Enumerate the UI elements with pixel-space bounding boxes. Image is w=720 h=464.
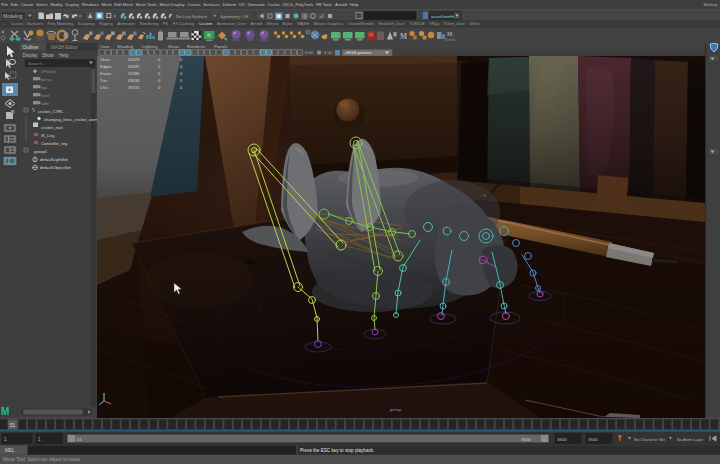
svg-text:Mandelb: Mandelb xyxy=(445,38,456,42)
svg-text:1: 1 xyxy=(4,437,7,442)
svg-text:51: 51 xyxy=(77,437,82,442)
svg-text:Edges:: Edges: xyxy=(100,64,113,69)
svg-text:cricket_CTRL: cricket_CTRL xyxy=(38,109,64,114)
svg-text:cricket_root: cricket_root xyxy=(41,125,63,130)
svg-text:Press the ESC key to stop play: Press the ESC key to stop playback. xyxy=(300,448,374,453)
svg-text:defaultLightSet: defaultLightSet xyxy=(40,157,69,162)
svg-text:Display: Display xyxy=(23,53,39,58)
svg-text:Show: Show xyxy=(42,53,54,58)
svg-text:Controller_leg: Controller_leg xyxy=(41,141,68,146)
svg-text:32629: 32629 xyxy=(128,57,140,62)
svg-text:31396: 31396 xyxy=(128,71,140,76)
svg-text:3600: 3600 xyxy=(588,437,598,442)
svg-text:No Live Surface: No Live Surface xyxy=(176,14,208,19)
svg-text:39731: 39731 xyxy=(128,85,140,90)
svg-text:51: 51 xyxy=(10,423,16,428)
svg-text:Renderer: Renderer xyxy=(187,44,206,49)
svg-text:IK_Leg: IK_Leg xyxy=(41,133,55,138)
svg-text:side: side xyxy=(41,101,49,106)
svg-text:Faces:: Faces: xyxy=(100,71,112,76)
svg-text:Tris:: Tris: xyxy=(100,78,108,83)
svg-text:UVs:: UVs: xyxy=(100,85,109,90)
svg-text:Lighting: Lighting xyxy=(142,44,158,49)
svg-text:63034: 63034 xyxy=(128,78,140,83)
svg-text:Shading: Shading xyxy=(117,44,134,49)
svg-text:persp: persp xyxy=(390,407,402,412)
svg-text:MEL: MEL xyxy=(5,448,15,453)
svg-text:front: front xyxy=(41,93,50,98)
svg-text:No Anim Layer: No Anim Layer xyxy=(677,437,704,442)
svg-text:Modeling: Modeling xyxy=(3,14,23,19)
svg-text:No Character Set: No Character Set xyxy=(634,437,666,442)
svg-text:Help: Help xyxy=(59,53,69,58)
svg-text:1: 1 xyxy=(38,437,41,442)
svg-text:Panels: Panels xyxy=(214,44,228,49)
svg-text:M: M xyxy=(447,31,453,37)
svg-text:Symmetry: Off: Symmetry: Off xyxy=(220,14,249,19)
svg-text:group1: group1 xyxy=(34,149,48,154)
svg-text:1.00: 1.00 xyxy=(324,50,333,55)
svg-text:63185: 63185 xyxy=(128,64,140,69)
svg-text:defaultObjectSet: defaultObjectSet xyxy=(40,165,72,170)
svg-text:Search...: Search... xyxy=(28,61,46,66)
svg-text:Show: Show xyxy=(168,44,180,49)
svg-text:3600: 3600 xyxy=(521,437,531,442)
svg-text:persp: persp xyxy=(41,77,52,82)
svg-text:changing_lines_cricket_anim: changing_lines_cricket_anim xyxy=(44,117,97,122)
svg-text:0.00: 0.00 xyxy=(305,50,314,55)
svg-text:uPlane1: uPlane1 xyxy=(41,69,57,74)
svg-text:Verts:: Verts: xyxy=(100,57,110,62)
svg-text:M: M xyxy=(400,32,407,41)
svg-text:View: View xyxy=(100,44,110,49)
svg-text:top: top xyxy=(41,85,47,90)
svg-text:3600: 3600 xyxy=(557,437,567,442)
svg-text:sRGB gamma: sRGB gamma xyxy=(345,50,372,55)
svg-text:Outliner: Outliner xyxy=(23,45,40,50)
svg-text:MASH Editor: MASH Editor xyxy=(51,45,78,50)
svg-text:M: M xyxy=(1,406,9,417)
